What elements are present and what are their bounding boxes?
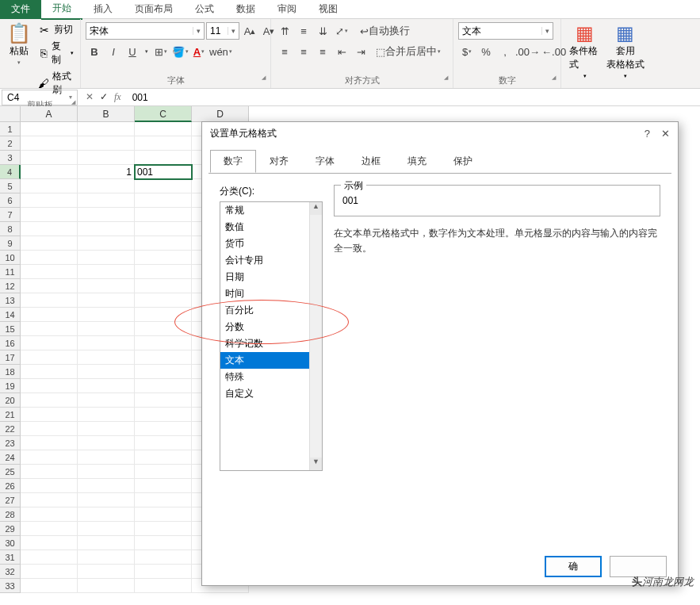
- font-size-combo[interactable]: 11▾: [206, 22, 239, 40]
- cell-C11[interactable]: [135, 265, 192, 279]
- increase-font-button[interactable]: A▴: [241, 22, 258, 40]
- dialog-tab-align[interactable]: 对齐: [256, 150, 302, 173]
- scroll-up-icon[interactable]: ▲: [310, 202, 322, 215]
- cell-A14[interactable]: [21, 308, 78, 322]
- tab-file[interactable]: 文件: [0, 0, 41, 19]
- row-header[interactable]: 25: [0, 465, 21, 479]
- tab-layout[interactable]: 页面布局: [124, 0, 184, 19]
- cell-B1[interactable]: [78, 122, 135, 136]
- paste-button[interactable]: 📋 粘贴 ▾: [5, 22, 33, 67]
- row-header[interactable]: 10: [0, 251, 21, 265]
- cell-C21[interactable]: [135, 408, 192, 422]
- cell-A26[interactable]: [21, 479, 78, 493]
- row-header[interactable]: 12: [0, 279, 21, 293]
- cell-B11[interactable]: [78, 265, 135, 279]
- orientation-button[interactable]: ⤢▾: [333, 22, 350, 40]
- row-header[interactable]: 5: [0, 179, 21, 193]
- cell-C17[interactable]: [135, 350, 192, 365]
- cell-C31[interactable]: [135, 550, 192, 565]
- category-item[interactable]: 数值: [220, 219, 322, 235]
- tab-insert[interactable]: 插入: [82, 0, 124, 19]
- dialog-tab-protect[interactable]: 保护: [440, 150, 486, 173]
- cell-B5[interactable]: [78, 179, 135, 193]
- format-table-button[interactable]: ▦套用 表格格式▾: [606, 22, 644, 81]
- row-header[interactable]: 4: [0, 165, 21, 179]
- row-header[interactable]: 3: [0, 151, 21, 165]
- cell-B27[interactable]: [78, 493, 135, 507]
- cell-C29[interactable]: [135, 522, 192, 536]
- category-item[interactable]: 分数: [220, 319, 322, 335]
- fill-color-button[interactable]: 🪣▾: [171, 43, 189, 60]
- cell-A21[interactable]: [21, 408, 78, 422]
- cell-B14[interactable]: [78, 308, 135, 322]
- row-header[interactable]: 29: [0, 522, 21, 536]
- tab-review[interactable]: 审阅: [266, 0, 308, 19]
- cell-A13[interactable]: [21, 293, 78, 308]
- cell-A31[interactable]: [21, 550, 78, 565]
- cell-B21[interactable]: [78, 408, 135, 422]
- cell-B29[interactable]: [78, 522, 135, 536]
- cell-C24[interactable]: [135, 450, 192, 465]
- cell-B18[interactable]: [78, 365, 135, 379]
- row-header[interactable]: 23: [0, 436, 21, 450]
- row-header[interactable]: 22: [0, 422, 21, 436]
- row-header[interactable]: 24: [0, 450, 21, 465]
- align-center-button[interactable]: ≡: [295, 43, 312, 60]
- category-item[interactable]: 货币: [220, 235, 322, 252]
- currency-button[interactable]: $▾: [458, 43, 476, 60]
- cell-C15[interactable]: [135, 322, 192, 336]
- cell-C2[interactable]: [135, 136, 192, 151]
- cell-A5[interactable]: [21, 179, 78, 193]
- cell-C20[interactable]: [135, 393, 192, 408]
- cell-C12[interactable]: [135, 279, 192, 293]
- category-item[interactable]: 会计专用: [220, 252, 322, 269]
- cell-B13[interactable]: [78, 293, 135, 308]
- conditional-format-button[interactable]: ▦条件格式▾: [566, 22, 603, 81]
- cell-A29[interactable]: [21, 522, 78, 536]
- decrease-indent-button[interactable]: ⇤: [333, 43, 350, 60]
- dialog-tab-font[interactable]: 字体: [302, 150, 348, 173]
- align-left-button[interactable]: ≡: [276, 43, 293, 60]
- cell-B16[interactable]: [78, 336, 135, 350]
- tab-home[interactable]: 开始: [41, 0, 82, 20]
- cell-A11[interactable]: [21, 265, 78, 279]
- italic-button[interactable]: I: [105, 43, 122, 60]
- cell-B28[interactable]: [78, 507, 135, 522]
- column-header-D[interactable]: D: [192, 106, 249, 122]
- cell-C19[interactable]: [135, 379, 192, 393]
- cell-C25[interactable]: [135, 465, 192, 479]
- cell-B2[interactable]: [78, 136, 135, 151]
- cell-C5[interactable]: [135, 179, 192, 193]
- wrap-text-button[interactable]: ↩自动换行: [360, 22, 410, 40]
- row-header[interactable]: 19: [0, 379, 21, 393]
- category-item[interactable]: 文本: [220, 352, 322, 369]
- row-header[interactable]: 26: [0, 479, 21, 493]
- scroll-down-icon[interactable]: ▼: [310, 458, 322, 470]
- row-header[interactable]: 18: [0, 365, 21, 379]
- row-header[interactable]: 16: [0, 336, 21, 350]
- cell-B17[interactable]: [78, 350, 135, 365]
- cell-B15[interactable]: [78, 322, 135, 336]
- cell-B20[interactable]: [78, 393, 135, 408]
- cell-C27[interactable]: [135, 493, 192, 507]
- cell-B25[interactable]: [78, 465, 135, 479]
- cell-A24[interactable]: [21, 450, 78, 465]
- font-name-combo[interactable]: 宋体▾: [86, 22, 205, 40]
- dialog-tab-number[interactable]: 数字: [210, 150, 256, 173]
- cell-C22[interactable]: [135, 422, 192, 436]
- decrease-font-button[interactable]: A▾: [260, 22, 277, 40]
- category-item[interactable]: 特殊: [220, 369, 322, 385]
- category-list[interactable]: 常规数值货币会计专用日期时间百分比分数科学记数文本特殊自定义 ▲ ▼: [220, 201, 323, 471]
- row-header[interactable]: 13: [0, 293, 21, 308]
- underline-button[interactable]: U: [124, 43, 141, 60]
- category-item[interactable]: 时间: [220, 285, 322, 302]
- cell-B9[interactable]: [78, 236, 135, 251]
- category-item[interactable]: 常规: [220, 202, 322, 219]
- cell-A20[interactable]: [21, 393, 78, 408]
- align-right-button[interactable]: ≡: [314, 43, 331, 60]
- cell-A16[interactable]: [21, 336, 78, 350]
- row-header[interactable]: 28: [0, 507, 21, 522]
- cell-C32[interactable]: [135, 565, 192, 579]
- align-bottom-button[interactable]: ⇊: [314, 22, 331, 40]
- border-button[interactable]: ⊞▾: [152, 43, 170, 60]
